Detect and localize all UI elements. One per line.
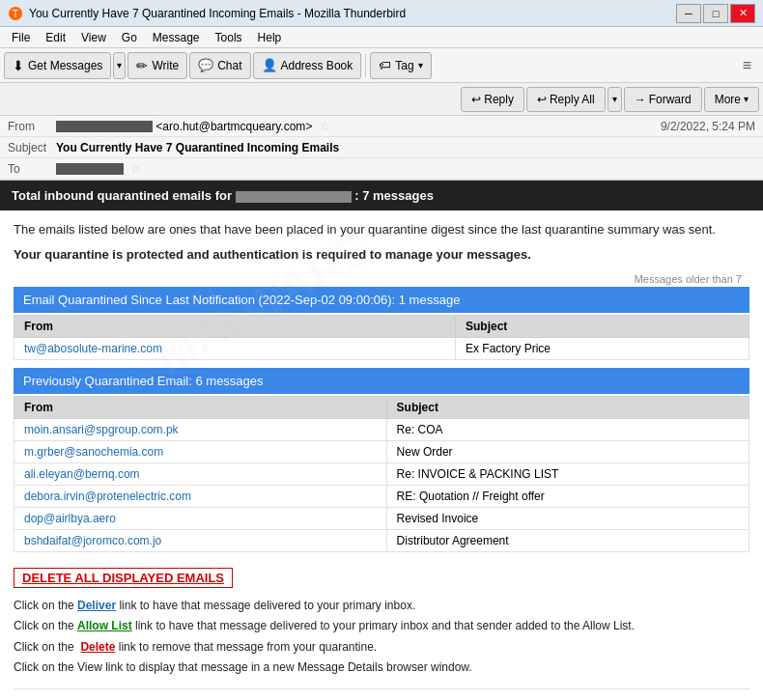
to-value: ☆ <box>56 162 755 176</box>
table-row: ali.eleyan@bernq.comRe: INVOICE & PACKIN… <box>14 462 749 485</box>
table-row: dop@airlbya.aeroRevised Invoice <box>14 507 749 529</box>
instruction-line1: Click on the Deliver link to have that m… <box>14 596 749 617</box>
menu-edit[interactable]: Edit <box>38 29 73 46</box>
subject-row: Subject You Currently Have 7 Quarantined… <box>0 137 763 158</box>
delete-all-link[interactable]: DELETE ALL DISPLAYED EMAILS <box>14 568 233 588</box>
table-row: tw@abosolute-marine.comEx Factory Price <box>14 337 749 359</box>
minimize-button[interactable]: ─ <box>676 4 701 23</box>
more-dropdown-icon: ▾ <box>744 94 749 104</box>
toolbar-separator <box>365 54 366 77</box>
maximize-button[interactable]: □ <box>703 4 728 23</box>
section2-subject-col: Subject <box>386 396 749 418</box>
from-value: <aro.hut@bartmcqueary.com> ☆ <box>56 120 661 133</box>
tag-label: Tag <box>395 59 413 72</box>
menu-view[interactable]: View <box>73 29 114 46</box>
reply-icon: ↩ <box>471 93 481 106</box>
reply-all-icon: ↩ <box>537 93 547 106</box>
reply-button[interactable]: ↩ Reply <box>461 87 524 112</box>
get-messages-button[interactable]: ⬇ Get Messages <box>4 52 111 79</box>
section2-from-col: From <box>14 396 387 418</box>
from-email: aro.hut@bartmcqueary.com <box>162 120 305 133</box>
address-book-button[interactable]: 👤 Address Book <box>253 52 362 79</box>
quarantine-header-bar: Total inbound quarantined emails for : 7… <box>0 181 763 210</box>
forward-icon: → <box>635 93 646 106</box>
close-button[interactable]: ✕ <box>730 4 755 23</box>
reply-all-button[interactable]: ↩ Reply All <box>526 87 606 112</box>
forward-label: Forward <box>649 93 692 106</box>
section1-header: Email Quarantined Since Last Notificatio… <box>14 287 749 313</box>
svg-text:T: T <box>13 9 18 19</box>
from-link[interactable]: tw@abosolute-marine.com <box>24 342 162 355</box>
reply-toolbar: ↩ Reply ↩ Reply All ▾ → Forward More ▾ <box>0 83 763 116</box>
subject-cell: Re: COA <box>386 418 749 440</box>
tag-button[interactable]: 🏷 Tag ▾ <box>370 52 431 79</box>
from-cell: ali.eleyan@bernq.com <box>14 462 387 485</box>
email-content-area: MALWARE Total inbound quarantined emails… <box>0 181 763 700</box>
from-row: From <aro.hut@bartmcqueary.com> ☆ 9/2/20… <box>0 116 763 137</box>
from-link[interactable]: moin.ansari@spgroup.com.pk <box>24 423 179 436</box>
to-star-icon[interactable]: ☆ <box>130 162 141 176</box>
more-button[interactable]: More ▾ <box>704 87 759 112</box>
write-button[interactable]: ✏ Write <box>127 52 187 79</box>
to-name-redacted <box>56 163 124 175</box>
more-label: More <box>715 93 741 106</box>
tag-icon: 🏷 <box>379 58 391 72</box>
to-row: To ☆ <box>0 158 763 180</box>
table-row: bshdaifat@joromco.com.joDistributor Agre… <box>14 529 749 551</box>
reply-all-dropdown[interactable]: ▾ <box>608 87 622 112</box>
allow-list-link[interactable]: Allow List <box>77 619 132 632</box>
forward-button[interactable]: → Forward <box>624 87 702 112</box>
subject-cell: Ex Factory Price <box>456 337 749 359</box>
section2-header: Previously Quarantined Email: 6 messages <box>14 368 749 394</box>
menu-file[interactable]: File <box>4 29 38 46</box>
chat-icon: 💬 <box>198 58 213 72</box>
deliver-link[interactable]: Deliver <box>77 599 116 612</box>
menu-tools[interactable]: Tools <box>208 29 250 46</box>
intro-paragraph: The emails listed below are ones that ha… <box>14 220 749 239</box>
from-link[interactable]: dop@airlbya.aero <box>24 512 116 525</box>
table-row: moin.ansari@spgroup.com.pkRe: COA <box>14 418 749 440</box>
menu-help[interactable]: Help <box>250 29 290 46</box>
instruction-line4: Click on the View link to display that m… <box>14 658 749 679</box>
get-messages-label: Get Messages <box>28 59 102 72</box>
get-messages-dropdown[interactable]: ▾ <box>113 52 126 79</box>
hamburger-button[interactable]: ≡ <box>735 53 759 78</box>
title-bar: T You Currently Have 7 Quarantined Incom… <box>0 0 763 27</box>
chat-label: Chat <box>217 59 241 72</box>
menu-message[interactable]: Message <box>145 29 208 46</box>
from-cell: dop@airlbya.aero <box>14 507 387 529</box>
from-name-redacted <box>56 121 153 132</box>
chat-button[interactable]: 💬 Chat <box>189 52 250 79</box>
menu-go[interactable]: Go <box>114 29 145 46</box>
instruction-line3: Click on the Delete link to remove that … <box>14 637 749 658</box>
subject-label: Subject <box>8 141 56 154</box>
table-row: debora.irvin@protenelectric.comRE: Quota… <box>14 485 749 507</box>
window-title: You Currently Have 7 Quarantined Incomin… <box>29 7 676 20</box>
from-link[interactable]: ali.eleyan@bernq.com <box>24 467 140 481</box>
subject-value: You Currently Have 7 Quarantined Incomin… <box>56 141 755 154</box>
section1-table: From Subject tw@abosolute-marine.comEx F… <box>14 315 749 360</box>
section1-subject-col: Subject <box>456 315 749 337</box>
get-messages-icon: ⬇ <box>13 58 24 73</box>
to-label: To <box>8 162 56 176</box>
delete-link[interactable]: Delete <box>80 640 115 654</box>
recipient-redacted <box>236 191 352 203</box>
subject-cell: Distributor Agreement <box>386 529 749 551</box>
reply-label: Reply <box>484 93 514 106</box>
address-book-label: Address Book <box>281 59 353 72</box>
subject-cell: Revised Invoice <box>386 507 749 529</box>
table-row: m.grber@sanochemia.comNew Order <box>14 440 749 462</box>
from-link[interactable]: bshdaifat@joromco.com.jo <box>24 534 161 547</box>
instructions-block: Click on the Deliver link to have that m… <box>14 596 749 679</box>
reply-all-label: Reply All <box>550 93 595 106</box>
app-icon: T <box>8 6 23 21</box>
total-suffix: : 7 messages <box>354 188 434 203</box>
from-link[interactable]: debora.irvin@protenelectric.com <box>24 490 191 503</box>
messages-older-label: Messages older than 7 <box>14 271 749 287</box>
auth-notice: Your quarantine is protected and authent… <box>14 247 749 262</box>
section2-table: From Subject moin.ansari@spgroup.com.pkR… <box>14 396 749 552</box>
email-date: 9/2/2022, 5:24 PM <box>661 120 755 133</box>
section1-from-col: From <box>14 315 456 337</box>
star-icon[interactable]: ☆ <box>320 120 330 133</box>
from-link[interactable]: m.grber@sanochemia.com <box>24 445 163 459</box>
